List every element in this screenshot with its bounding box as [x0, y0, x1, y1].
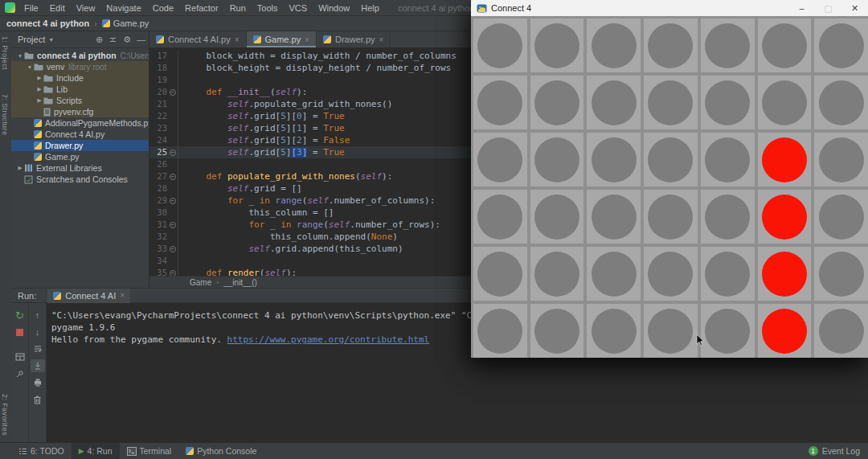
- down-button[interactable]: ↓: [31, 326, 45, 338]
- statusbar-4-run[interactable]: ▶4: Run: [72, 443, 120, 459]
- tree-item-game-py[interactable]: Game.py: [11, 151, 149, 162]
- board-cell-r4c3[interactable]: [644, 247, 698, 301]
- tool-stripe-favorites[interactable]: 2: Favorites: [1, 394, 9, 436]
- menu-code[interactable]: Code: [147, 0, 179, 16]
- board-cell-r0c5[interactable]: [758, 18, 812, 72]
- board-cell-r0c4[interactable]: [701, 18, 755, 72]
- board-cell-r2c0[interactable]: [473, 133, 527, 186]
- hide-icon[interactable]: —: [137, 35, 145, 44]
- print-button[interactable]: [31, 376, 45, 389]
- board-cell-r1c3[interactable]: [644, 76, 698, 129]
- console-link[interactable]: https://www.pygame.org/contribute.html: [227, 334, 430, 345]
- board-cell-r4c4[interactable]: [701, 247, 755, 301]
- breadcrumb-file[interactable]: Game.py: [113, 18, 149, 28]
- board-cell-r2c5[interactable]: [758, 133, 812, 186]
- collapse-all-icon[interactable]: [108, 35, 117, 44]
- fold-marker-icon[interactable]: −: [170, 89, 176, 96]
- board-cell-r3c6[interactable]: [814, 190, 868, 244]
- fold-marker-icon[interactable]: −: [170, 174, 176, 180]
- menu-run[interactable]: Run: [224, 0, 252, 16]
- close-button[interactable]: ✕: [841, 0, 868, 16]
- close-icon[interactable]: ×: [379, 35, 384, 44]
- board-cell-r3c3[interactable]: [644, 190, 698, 244]
- menu-view[interactable]: View: [71, 0, 101, 16]
- fold-marker-icon[interactable]: −: [170, 222, 176, 228]
- soft-wrap-button[interactable]: [31, 342, 45, 355]
- board-cell-r2c1[interactable]: [530, 133, 584, 186]
- breadcrumb-class[interactable]: Game: [190, 278, 211, 287]
- chevron-down-icon[interactable]: ▼: [26, 64, 34, 70]
- menu-file[interactable]: File: [18, 0, 44, 16]
- board-cell-r2c3[interactable]: [644, 133, 698, 186]
- board-cell-r5c2[interactable]: [587, 304, 641, 358]
- board-cell-r3c0[interactable]: [473, 190, 527, 244]
- board-cell-r1c1[interactable]: [530, 76, 584, 129]
- board-cell-r1c0[interactable]: [473, 76, 527, 129]
- settings-icon[interactable]: ⚙: [123, 35, 131, 44]
- board-cell-r5c4[interactable]: [701, 304, 755, 358]
- tree-item-scratches-and-consoles[interactable]: Scratches and Consoles: [11, 174, 149, 185]
- board-cell-r3c5[interactable]: [758, 190, 812, 244]
- rerun-button[interactable]: ↻: [13, 309, 27, 322]
- up-button[interactable]: ↑: [31, 309, 45, 322]
- scroll-end-button[interactable]: [31, 359, 45, 372]
- tree-item-scripts[interactable]: ▶Scripts: [11, 95, 149, 106]
- tool-stripe-project[interactable]: 1: Project: [1, 36, 9, 70]
- board-cell-r3c4[interactable]: [701, 190, 755, 244]
- breadcrumb-method[interactable]: __init__(): [223, 278, 257, 287]
- statusbar-terminal[interactable]: Terminal: [120, 443, 179, 459]
- board-cell-r3c2[interactable]: [587, 190, 641, 244]
- menu-window[interactable]: Window: [313, 0, 355, 16]
- board-cell-r1c6[interactable]: [814, 76, 868, 129]
- event-log[interactable]: 1Event Log: [809, 446, 868, 456]
- tree-item-connect-4-ai-python[interactable]: ▼connect 4 ai pythonC:\Users\evang\Py: [11, 50, 149, 61]
- tree-item-addionalpygamemethods-py[interactable]: AddionalPygameMethods.py: [11, 117, 149, 129]
- editor-tab-connect-4-ai-py[interactable]: Connect 4 AI.py×: [149, 31, 247, 47]
- tree-item-lib[interactable]: ▶Lib: [11, 84, 149, 95]
- board-cell-r4c1[interactable]: [530, 247, 584, 301]
- stop-button[interactable]: [13, 326, 27, 338]
- board-cell-r5c5[interactable]: [758, 304, 812, 358]
- fold-marker-icon[interactable]: −: [170, 270, 176, 277]
- board-cell-r4c5[interactable]: [758, 247, 812, 301]
- menu-help[interactable]: Help: [355, 0, 385, 16]
- tree-item-include[interactable]: ▶Include: [11, 72, 149, 84]
- board-cell-r0c2[interactable]: [587, 18, 641, 72]
- run-tab[interactable]: Connect 4 AI ×: [47, 289, 130, 303]
- board-cell-r5c0[interactable]: [473, 304, 527, 358]
- breadcrumb-project[interactable]: connect 4 ai python: [6, 18, 89, 28]
- board-cell-r0c1[interactable]: [530, 18, 584, 72]
- restore-layout-button[interactable]: [13, 350, 27, 363]
- clear-button[interactable]: [31, 393, 45, 406]
- tree-item-external-libraries[interactable]: ▶External Libraries: [11, 162, 149, 174]
- pin-button[interactable]: [13, 367, 27, 380]
- statusbar-6-todo[interactable]: 6: TODO: [11, 443, 72, 459]
- tree-item-drawer-py[interactable]: Drawer.py: [11, 140, 149, 151]
- board-cell-r5c3[interactable]: [644, 304, 698, 358]
- board-cell-r4c0[interactable]: [473, 247, 527, 301]
- board-cell-r5c1[interactable]: [530, 304, 584, 358]
- tool-stripe-structure[interactable]: 7: Structure: [1, 94, 9, 135]
- tree-item-venv[interactable]: ▼venvlibrary root: [11, 61, 149, 72]
- statusbar-python-console[interactable]: Python Console: [178, 443, 264, 459]
- fold-marker-icon[interactable]: −: [170, 246, 176, 252]
- board-cell-r2c2[interactable]: [587, 133, 641, 186]
- board-cell-r3c1[interactable]: [530, 190, 584, 244]
- locate-icon[interactable]: ⊕: [96, 35, 103, 44]
- chevron-down-icon[interactable]: ▼: [16, 53, 24, 59]
- menu-tools[interactable]: Tools: [252, 0, 284, 16]
- close-icon[interactable]: ×: [235, 35, 240, 44]
- close-icon[interactable]: ×: [305, 35, 309, 44]
- menu-navigate[interactable]: Navigate: [100, 0, 146, 16]
- board-cell-r4c6[interactable]: [814, 247, 868, 301]
- chevron-right-icon[interactable]: ▶: [35, 75, 43, 81]
- board-cell-r1c2[interactable]: [587, 76, 641, 129]
- menu-refactor[interactable]: Refactor: [179, 0, 224, 16]
- minimize-button[interactable]: –: [788, 0, 815, 16]
- fold-marker-icon[interactable]: −: [170, 198, 176, 204]
- board-cell-r4c2[interactable]: [587, 247, 641, 301]
- menu-edit[interactable]: Edit: [44, 0, 71, 16]
- maximize-button[interactable]: ▢: [815, 0, 841, 16]
- editor-tab-drawer-py[interactable]: Drawer.py×: [317, 31, 391, 47]
- editor-tab-game-py[interactable]: Game.py×: [247, 31, 317, 47]
